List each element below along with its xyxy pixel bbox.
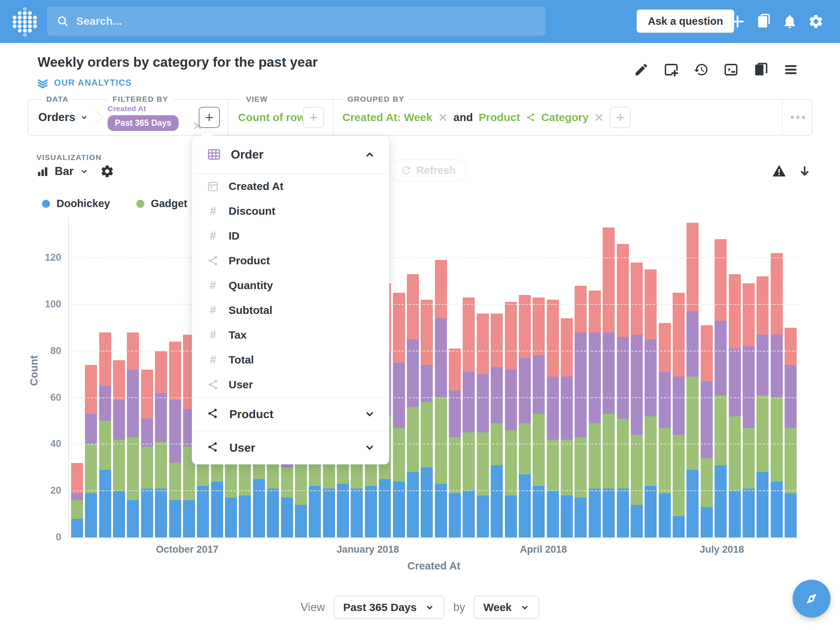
related-table-user[interactable]: User bbox=[192, 431, 389, 464]
add-filter-button[interactable]: + bbox=[199, 107, 220, 128]
group-by-field[interactable]: Category bbox=[541, 111, 589, 123]
bar-week-4[interactable] bbox=[113, 360, 125, 537]
table-header-order[interactable]: Order bbox=[192, 136, 389, 173]
legend-item-doohickey[interactable]: Doohickey bbox=[42, 197, 110, 210]
bar-week-31[interactable] bbox=[491, 314, 503, 537]
warning-icon[interactable] bbox=[772, 163, 787, 178]
granularity-select[interactable]: Week bbox=[474, 596, 540, 619]
edit-pencil-icon[interactable] bbox=[634, 62, 649, 77]
field-item-discount[interactable]: #Discount bbox=[192, 199, 389, 224]
data-source-picker[interactable]: Orders bbox=[38, 100, 88, 135]
field-item-quantity[interactable]: #Quantity bbox=[192, 273, 389, 298]
segment-doohickey bbox=[337, 484, 349, 537]
bar-week-28[interactable] bbox=[449, 349, 461, 537]
range-select[interactable]: Past 365 Days bbox=[333, 596, 444, 619]
field-label: Tax bbox=[229, 329, 246, 341]
field-item-product[interactable]: Product bbox=[192, 248, 389, 273]
bar-week-34[interactable] bbox=[533, 297, 545, 537]
bar-week-3[interactable] bbox=[99, 333, 111, 537]
group-by-table[interactable]: Product bbox=[479, 111, 520, 123]
segment-gizmo bbox=[141, 418, 153, 447]
bar-week-46[interactable] bbox=[701, 325, 713, 537]
ask-question-button[interactable]: Ask a question bbox=[636, 9, 734, 33]
bar-week-47[interactable] bbox=[715, 239, 726, 537]
segment-gizmo bbox=[477, 374, 489, 433]
view-sql-icon[interactable] bbox=[723, 62, 739, 77]
visualization-type-picker[interactable]: Bar bbox=[55, 165, 74, 178]
bar-week-37[interactable] bbox=[575, 286, 587, 537]
segment-gizmo bbox=[756, 335, 769, 395]
field-item-tax[interactable]: #Tax bbox=[192, 323, 389, 347]
segment-gizmo bbox=[155, 393, 167, 442]
bar-week-50[interactable] bbox=[756, 276, 769, 537]
search-input[interactable] bbox=[76, 15, 536, 27]
number-icon: # bbox=[207, 354, 219, 366]
bar-week-2[interactable] bbox=[85, 365, 97, 537]
new-question-plus-icon[interactable] bbox=[729, 14, 745, 30]
metabase-logo[interactable] bbox=[10, 7, 39, 36]
refresh-button[interactable]: Refresh bbox=[389, 159, 467, 182]
bar-week-40[interactable] bbox=[617, 244, 629, 537]
bar-week-49[interactable] bbox=[743, 283, 755, 537]
bar-week-35[interactable] bbox=[547, 300, 559, 537]
bar-week-8[interactable] bbox=[169, 342, 181, 537]
gridline bbox=[69, 444, 798, 444]
add-aggregation-button[interactable]: + bbox=[303, 107, 324, 128]
more-options-button[interactable]: ••• bbox=[787, 100, 810, 135]
notifications-bell-icon[interactable] bbox=[782, 14, 798, 30]
bar-week-42[interactable] bbox=[644, 269, 657, 537]
remove-group-by-icon[interactable] bbox=[594, 113, 604, 122]
y-tick-label: 60 bbox=[39, 392, 61, 403]
chevron-down-icon[interactable] bbox=[79, 167, 89, 176]
remove-group-by-icon[interactable] bbox=[438, 113, 448, 122]
bar-week-6[interactable] bbox=[141, 370, 153, 537]
bar-week-29[interactable] bbox=[463, 297, 475, 537]
menu-hamburger-icon[interactable] bbox=[783, 62, 799, 77]
bar-week-5[interactable] bbox=[127, 333, 139, 537]
segment-widget bbox=[673, 293, 685, 377]
explore-compass-button[interactable] bbox=[793, 580, 831, 617]
related-table-product[interactable]: Product bbox=[192, 398, 389, 431]
bar-week-26[interactable] bbox=[421, 300, 433, 537]
bar-week-51[interactable] bbox=[771, 253, 783, 537]
field-item-subtotal[interactable]: #Subtotal bbox=[192, 298, 389, 323]
segment-gadget bbox=[603, 414, 615, 488]
breadcrumb[interactable]: OUR ANALYTICS bbox=[36, 77, 132, 89]
notebook-icon[interactable] bbox=[753, 62, 769, 77]
segment-gadget bbox=[505, 430, 517, 496]
field-item-id[interactable]: #ID bbox=[192, 224, 389, 248]
field-item-total[interactable]: #Total bbox=[192, 347, 389, 372]
bar-week-30[interactable] bbox=[477, 314, 489, 537]
bar-week-48[interactable] bbox=[729, 274, 741, 537]
visualization-settings-gear-icon[interactable] bbox=[100, 164, 114, 178]
reference-book-icon[interactable] bbox=[755, 14, 772, 30]
field-item-user[interactable]: User bbox=[192, 372, 389, 397]
aggregation[interactable]: Count of rows bbox=[238, 111, 312, 123]
segment-gizmo bbox=[85, 414, 97, 444]
legend-item-gadget[interactable]: Gadget bbox=[136, 197, 187, 210]
download-icon[interactable] bbox=[797, 164, 812, 179]
bar-week-33[interactable] bbox=[519, 295, 531, 537]
history-icon[interactable] bbox=[693, 62, 709, 77]
field-item-created-at[interactable]: Created At bbox=[192, 174, 389, 199]
bar-week-44[interactable] bbox=[673, 293, 685, 537]
group-by-first[interactable]: Created At: Week bbox=[343, 111, 433, 123]
bar-week-38[interactable] bbox=[589, 291, 601, 537]
settings-gear-icon[interactable] bbox=[808, 14, 824, 30]
bar-week-1[interactable] bbox=[71, 463, 83, 538]
segment-gizmo bbox=[659, 372, 671, 428]
bar-week-24[interactable] bbox=[393, 293, 405, 537]
chevron-up-icon[interactable] bbox=[363, 148, 376, 161]
bar-week-27[interactable] bbox=[435, 260, 447, 537]
bar-week-43[interactable] bbox=[659, 323, 671, 537]
add-to-dashboard-icon[interactable] bbox=[663, 62, 679, 77]
search-bar[interactable] bbox=[47, 6, 546, 36]
segment-gadget bbox=[617, 418, 629, 488]
filter-value-pill[interactable]: Past 365 Days bbox=[107, 115, 178, 131]
add-group-by-button[interactable]: + bbox=[609, 107, 631, 128]
segment-doohickey bbox=[631, 505, 643, 537]
segment-widget bbox=[85, 365, 97, 414]
bar-week-32[interactable] bbox=[505, 302, 517, 537]
bar-week-25[interactable] bbox=[407, 274, 419, 537]
bar-week-52[interactable] bbox=[785, 328, 797, 537]
